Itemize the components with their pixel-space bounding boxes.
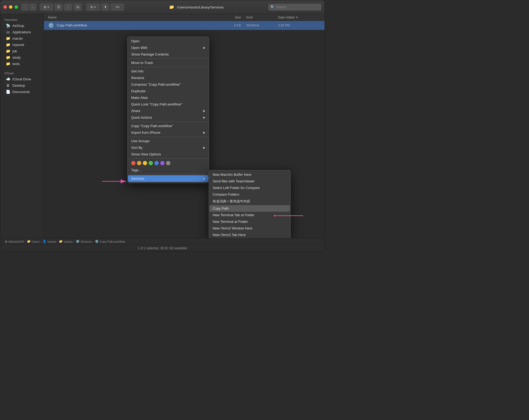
services-item-new-iterm2-tab[interactable]: New iTerm2 Tab Here [209, 232, 290, 238]
menu-item-label: Quick Actions [131, 116, 152, 119]
back-button[interactable]: ‹ [21, 3, 29, 11]
sidebar-item-label: study [12, 56, 21, 59]
menu-item-label: Quick Look "Copy Path.workflow" [131, 102, 182, 106]
menu-item-share[interactable]: Share ▶ [127, 108, 209, 114]
menu-item-make-alias[interactable]: Make Alias [127, 94, 209, 101]
services-item-select-left[interactable]: Select Left Folder for Compare [209, 184, 290, 191]
sidebar-item-icloud-drive[interactable]: ☁️ iCloud Drive [1, 76, 43, 82]
menu-item-tags[interactable]: Tags... [127, 167, 209, 173]
breadcrumb-sep-2: › [40, 240, 42, 243]
services-item-new-terminal[interactable]: New Terminal at Folder [209, 218, 290, 225]
status-bar: 1 of 1 selected, 36.92 GB available [0, 244, 325, 251]
workflow-icon: ⚙️ [48, 22, 54, 29]
breadcrumb: 🖥 iMarsloOSX › 📁 Users › 👤 marslo › 📁 Li… [0, 238, 325, 244]
menu-item-compress[interactable]: Compress "Copy Path.workflow" [127, 81, 209, 88]
menu-item-label: Copy Path [213, 206, 229, 210]
name-column-header: Name [48, 16, 225, 19]
icon-view-button[interactable]: ⊞ ▼ [40, 3, 53, 11]
menu-item-rename[interactable]: Rename [127, 75, 209, 81]
services-item-new-terminal-tab[interactable]: New Terminal Tab at Folder [209, 212, 290, 218]
tag-button[interactable]: 🏷 [111, 3, 124, 11]
submenu-arrow-icon: ▶ [203, 116, 205, 119]
menu-item-show-view-options[interactable]: Show View Options [127, 151, 209, 158]
menu-item-quick-look[interactable]: Quick Look "Copy Path.workflow" [127, 101, 209, 108]
sidebar-item-airdrop[interactable]: 📡 AirDrop [1, 22, 43, 29]
tag-purple-dot[interactable] [160, 161, 165, 165]
forward-button[interactable]: › [29, 3, 37, 11]
services-item-compare-folders[interactable]: Compare Folders [209, 191, 290, 198]
breadcrumb-item-imarslo[interactable]: 🖥 iMarsloOSX [4, 240, 24, 243]
search-placeholder: Search [276, 5, 286, 9]
menu-item-duplicate[interactable]: Duplicate [127, 88, 209, 94]
sidebar-item-marslo[interactable]: 📁 marslo [1, 35, 43, 41]
zoom-button[interactable] [15, 5, 18, 9]
menu-item-open-with[interactable]: Open With ▶ [127, 44, 209, 51]
submenu-arrow-icon: ▶ [203, 177, 205, 180]
services-item-teamviewer[interactable]: Send files with TeamViewer [209, 178, 290, 184]
menu-item-label: New iTerm2 Tab Here [213, 233, 246, 237]
breadcrumb-item-library[interactable]: 📁 Library [59, 240, 73, 243]
menu-item-sort-by[interactable]: Sort By ▶ [127, 144, 209, 151]
user-icon: 👤 [43, 240, 46, 243]
menu-item-use-groups[interactable]: Use Groups [127, 138, 209, 144]
menu-item-services[interactable]: Services ▶ [128, 175, 208, 182]
menu-item-label: Select Left Folder for Compare [213, 186, 260, 190]
window-title: 📁 /Users/marslo/Library/Services [124, 4, 268, 10]
services-item-new-macvim[interactable]: New MacVim Buffer Here [209, 171, 290, 178]
tag-yellow-dot[interactable] [143, 161, 147, 165]
breadcrumb-item-copy-path[interactable]: ⚙️ Copy Path.workflow [95, 240, 125, 243]
menu-item-move-to-trash[interactable]: Move to Trash [127, 59, 209, 66]
tag-red-dot[interactable] [131, 161, 135, 165]
menu-item-label: Send files with TeamViewer [213, 179, 255, 183]
sidebar-item-tools[interactable]: 📁 tools [1, 61, 43, 67]
chevron-down-icon2: ▼ [94, 6, 96, 8]
column-view-button[interactable]: ⋮ [64, 3, 72, 11]
sidebar-item-label: iCloud Drive [12, 77, 31, 81]
search-box[interactable]: 🔍 Search [268, 4, 321, 11]
tag-green-dot[interactable] [149, 161, 153, 165]
tag-gray-dot[interactable] [166, 161, 170, 165]
menu-item-label: Use Groups [131, 139, 149, 143]
breadcrumb-item-users[interactable]: 📁 Users [27, 240, 39, 243]
cover-flow-button[interactable]: ⊟ [74, 3, 82, 11]
sidebar-item-applications[interactable]: 🗂 Applications [1, 29, 43, 35]
tag-blue-dot[interactable] [154, 161, 159, 165]
file-row[interactable]: ⚙️ Copy Path.workflow 8 KB Workflow 3:56… [44, 21, 325, 30]
breadcrumb-item-services[interactable]: ⚙️ Services [76, 240, 92, 243]
favorites-label: Favorites [0, 16, 44, 22]
menu-item-copy[interactable]: Copy "Copy Path.workflow" [127, 123, 209, 129]
close-button[interactable] [3, 5, 7, 9]
menu-item-get-info[interactable]: Get Info [127, 68, 209, 75]
sidebar-item-documents[interactable]: 📄 Documents [1, 89, 43, 95]
file-size-cell: 8 KB [225, 24, 246, 27]
kind-column-header: Kind [246, 16, 278, 19]
list-view-button[interactable]: ☰ [54, 3, 63, 11]
sidebar-item-mywork[interactable]: 📁 mywork [1, 41, 43, 48]
menu-item-label: Show View Options [131, 152, 161, 156]
menu-item-label: Compress "Copy Path.workflow" [131, 82, 181, 86]
services-item-youdao[interactable]: 有道词典 • 查询选中内容 [209, 198, 290, 205]
services-item-copy-path[interactable]: Copy Path [209, 205, 290, 212]
menu-item-label: New iTerm2 Window Here [213, 226, 252, 230]
menu-separator-5 [127, 158, 209, 159]
menu-item-quick-actions[interactable]: Quick Actions ▶ [127, 114, 209, 121]
share-button[interactable]: ⬆ [101, 3, 110, 11]
sidebar-item-study[interactable]: 📁 study [1, 54, 43, 61]
menu-item-import-iphone[interactable]: Import from iPhone ▶ [127, 129, 209, 136]
group-button[interactable]: ⚙ ▼ [86, 3, 100, 11]
menu-item-label: Rename [131, 76, 144, 80]
submenu-arrow-icon: ▶ [203, 46, 205, 49]
services-item-new-iterm2-window[interactable]: New iTerm2 Window Here [209, 225, 290, 232]
icloud-label: iCloud [0, 70, 44, 76]
breadcrumb-item-marslo[interactable]: 👤 marslo [43, 240, 56, 243]
file-area: Name Size Kind Date Added ▼ ⚙️ Copy Path… [44, 14, 325, 238]
menu-item-open[interactable]: Open [127, 38, 209, 44]
menu-item-show-package[interactable]: Show Package Contents [127, 51, 209, 58]
tag-orange-dot[interactable] [137, 161, 141, 165]
sidebar-item-job[interactable]: 📁 job [1, 48, 43, 54]
breadcrumb-sep-1: › [25, 240, 26, 243]
submenu-arrow-icon: ▶ [203, 109, 205, 113]
minimize-button[interactable] [9, 5, 12, 9]
file-kind-cell: Workflow [246, 24, 278, 27]
sidebar-item-desktop[interactable]: 🖥 Desktop [1, 82, 43, 89]
